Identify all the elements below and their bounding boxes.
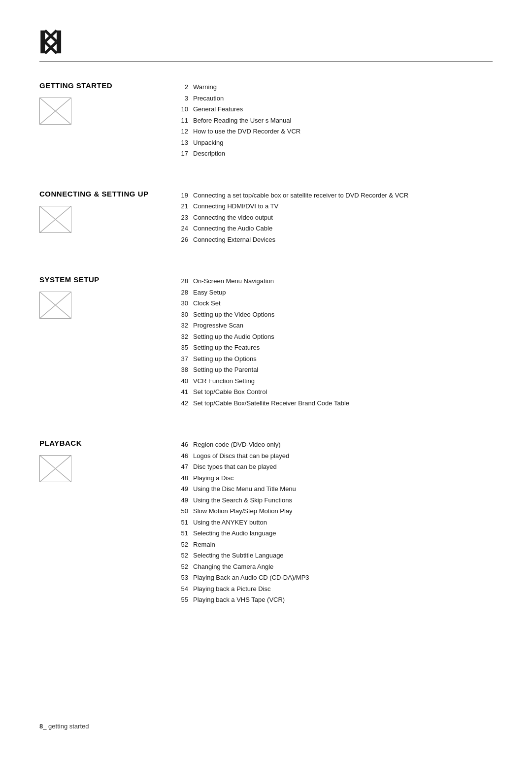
toc-item: 42Set top/Cable Box/Satellite Receiver B… xyxy=(177,398,493,408)
svg-rect-2 xyxy=(57,31,61,53)
toc-item: 19Connecting a set top/cable box or sate… xyxy=(177,191,493,200)
toc-item: 28On-Screen Menu Navigation xyxy=(177,276,493,286)
toc-number: 24 xyxy=(177,224,193,233)
toc-text: Connecting a set top/cable box or satell… xyxy=(193,191,493,200)
toc-item: 28Easy Setup xyxy=(177,288,493,297)
toc-text: How to use the DVD Recorder & VCR xyxy=(193,127,493,136)
toc-number: 42 xyxy=(177,398,193,408)
toc-item: 17Description xyxy=(177,149,493,159)
toc-item: 51Selecting the Audio language xyxy=(177,528,493,538)
toc-text: Set top/Cable Box/Satellite Receiver Bra… xyxy=(193,398,493,408)
toc-number: 50 xyxy=(177,506,193,516)
toc-number: 55 xyxy=(177,595,193,605)
toc-text: Setting up the Features xyxy=(193,343,493,353)
toc-item: 38Setting up the Parental xyxy=(177,365,493,375)
section-content-system-setup: 28On-Screen Menu Navigation28Easy Setup3… xyxy=(177,275,493,409)
toc-number: 21 xyxy=(177,201,193,211)
toc-number: 28 xyxy=(177,288,193,297)
toc-number: 23 xyxy=(177,213,193,223)
toc-number: 19 xyxy=(177,191,193,200)
toc-item: 40VCR Function Setting xyxy=(177,376,493,386)
thumbnail-connecting-setting-up xyxy=(39,206,71,233)
section-content-connecting-setting-up: 19Connecting a set top/cable box or sate… xyxy=(177,190,493,246)
toc-item: 30Setting up the Video Options xyxy=(177,310,493,320)
toc-text: Connecting the video output xyxy=(193,213,493,223)
toc-number: 26 xyxy=(177,235,193,245)
toc-text: Setting up the Video Options xyxy=(193,310,493,320)
toc-number: 40 xyxy=(177,376,193,386)
page-container: GETTING STARTED2Warning3Precaution10Gene… xyxy=(0,0,532,757)
toc-item: 55Playing back a VHS Tape (VCR) xyxy=(177,595,493,605)
toc-text: Changing the Camera Angle xyxy=(193,562,493,572)
toc-item: 53Playing Back an Audio CD (CD-DA)/MP3 xyxy=(177,573,493,583)
section-content-getting-started: 2Warning3Precaution10General Features11B… xyxy=(177,81,493,160)
toc-number: 48 xyxy=(177,473,193,483)
section-system-setup: SYSTEM SETUP28On-Screen Menu Navigation2… xyxy=(39,275,493,409)
thumbnail-getting-started xyxy=(39,98,71,125)
toc-item: 11Before Reading the User s Manual xyxy=(177,116,493,126)
toc-item: 49Using the Disc Menu and Title Menu xyxy=(177,484,493,494)
toc-number: 3 xyxy=(177,94,193,103)
toc-text: Playing a Disc xyxy=(193,473,493,483)
toc-text: Using the Disc Menu and Title Menu xyxy=(193,484,493,494)
toc-number: 51 xyxy=(177,528,193,538)
toc-item: 32Progressive Scan xyxy=(177,321,493,330)
toc-number: 30 xyxy=(177,298,193,308)
toc-text: Selecting the Subtitle Language xyxy=(193,551,493,560)
toc-item: 2Warning xyxy=(177,82,493,92)
section-left-system-setup: SYSTEM SETUP xyxy=(39,275,177,319)
section-title-system-setup: SYSTEM SETUP xyxy=(39,275,100,284)
toc-number: 37 xyxy=(177,354,193,364)
toc-text: Unpacking xyxy=(193,138,493,148)
toc-item: 10General Features xyxy=(177,104,493,114)
toc-item: 52Selecting the Subtitle Language xyxy=(177,551,493,560)
toc-text: Disc types that can be played xyxy=(193,462,493,472)
toc-item: 23Connecting the video output xyxy=(177,213,493,223)
toc-number: 46 xyxy=(177,451,193,461)
svg-rect-1 xyxy=(40,31,45,53)
toc-item: 54Playing back a Picture Disc xyxy=(177,584,493,594)
toc-item: 35Setting up the Features xyxy=(177,343,493,353)
toc-text: Precaution xyxy=(193,94,493,103)
toc-text: Using the ANYKEY button xyxy=(193,518,493,527)
toc-item: 48Playing a Disc xyxy=(177,473,493,483)
toc-item: 24Connecting the Audio Cable xyxy=(177,224,493,233)
toc-item: 32Setting up the Audio Options xyxy=(177,332,493,342)
section-left-connecting-setting-up: CONNECTING & SETTING UP xyxy=(39,190,177,233)
toc-item: 30Clock Set xyxy=(177,298,493,308)
page-footer: 8_ getting started xyxy=(39,723,89,730)
toc-text: General Features xyxy=(193,104,493,114)
toc-item: 51Using the ANYKEY button xyxy=(177,518,493,527)
section-playback: PLAYBACK46Region code (DVD-Video only)46… xyxy=(39,439,493,606)
sections-container: GETTING STARTED2Warning3Precaution10Gene… xyxy=(39,81,493,606)
toc-text: Progressive Scan xyxy=(193,321,493,330)
toc-item: 52Remain xyxy=(177,540,493,550)
toc-number: 30 xyxy=(177,310,193,320)
toc-item: 49Using the Search & Skip Functions xyxy=(177,495,493,505)
toc-text: Set top/Cable Box Control xyxy=(193,387,493,397)
toc-number: 52 xyxy=(177,540,193,550)
toc-text: Setting up the Options xyxy=(193,354,493,364)
toc-item: 46Region code (DVD-Video only) xyxy=(177,440,493,450)
section-title-playback: PLAYBACK xyxy=(39,439,82,447)
toc-item: 37Setting up the Options xyxy=(177,354,493,364)
section-left-getting-started: GETTING STARTED xyxy=(39,81,177,125)
toc-text: Warning xyxy=(193,82,493,92)
toc-number: 11 xyxy=(177,116,193,126)
toc-text: Playing back a VHS Tape (VCR) xyxy=(193,595,493,605)
toc-number: 46 xyxy=(177,440,193,450)
toc-item: 46Logos of Discs that can be played xyxy=(177,451,493,461)
thumbnail-playback xyxy=(39,455,71,482)
toc-text: Playing Back an Audio CD (CD-DA)/MP3 xyxy=(193,573,493,583)
toc-text: Slow Motion Play/Step Motion Play xyxy=(193,506,493,516)
toc-text: Clock Set xyxy=(193,298,493,308)
toc-number: 51 xyxy=(177,518,193,527)
toc-item: 50Slow Motion Play/Step Motion Play xyxy=(177,506,493,516)
toc-text: VCR Function Setting xyxy=(193,376,493,386)
section-getting-started: GETTING STARTED2Warning3Precaution10Gene… xyxy=(39,81,493,160)
toc-number: 41 xyxy=(177,387,193,397)
thumbnail-system-setup xyxy=(39,292,71,319)
header-rule xyxy=(39,61,493,62)
toc-text: Using the Search & Skip Functions xyxy=(193,495,493,505)
toc-number: 49 xyxy=(177,495,193,505)
